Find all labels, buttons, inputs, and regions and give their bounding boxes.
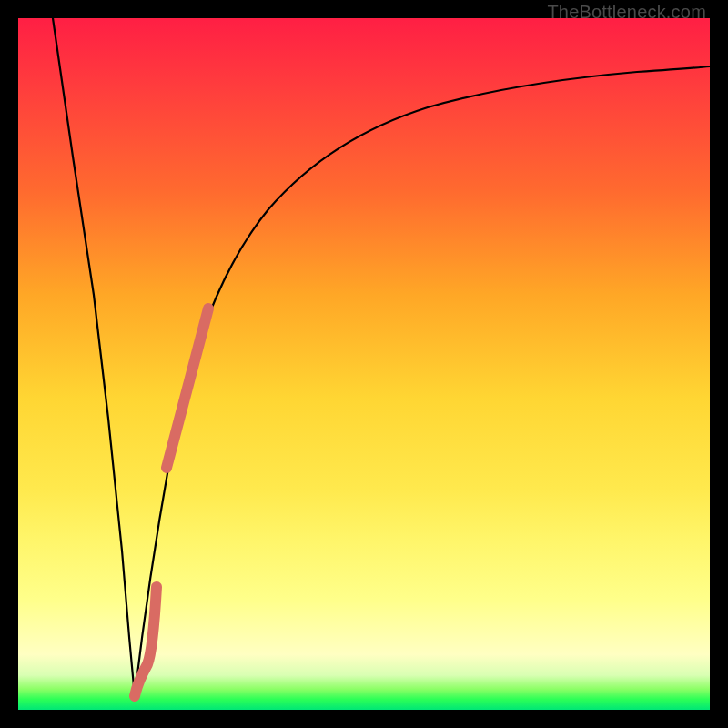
chart-frame: TheBottleneck.com xyxy=(0,0,728,728)
curve-right-branch xyxy=(135,66,710,696)
curve-layer xyxy=(18,18,710,710)
watermark-text: TheBottleneck.com xyxy=(547,2,706,23)
curve-left-branch xyxy=(53,18,135,696)
overlay-vertex-hook xyxy=(135,587,157,696)
overlay-highlight-segment xyxy=(167,308,208,468)
plot-area xyxy=(18,18,710,710)
